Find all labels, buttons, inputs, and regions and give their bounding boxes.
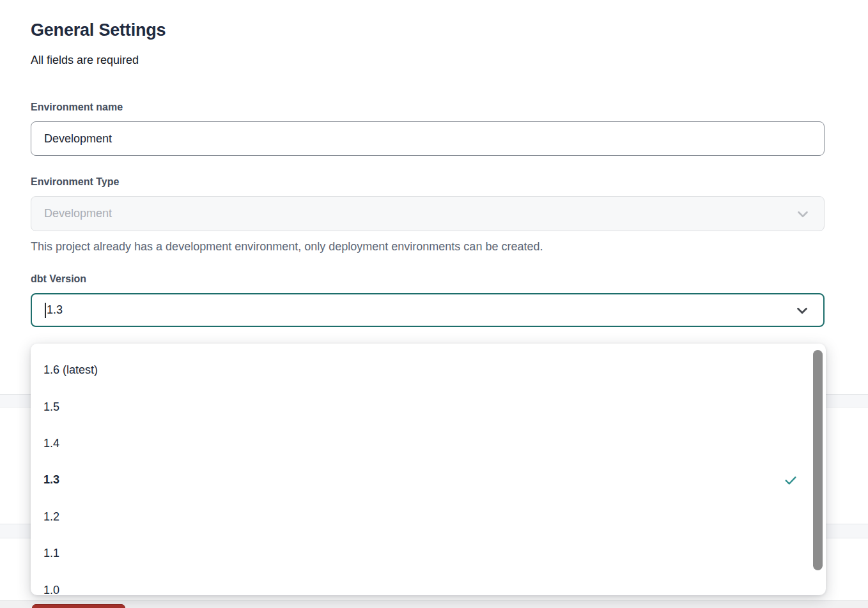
delete-environment-button[interactable] <box>32 604 125 608</box>
page-subtitle: All fields are required <box>31 54 825 67</box>
dropdown-scrollbar[interactable] <box>813 350 823 570</box>
dbt-version-combobox[interactable]: 1.3 <box>31 293 825 327</box>
chevron-down-icon <box>794 302 810 319</box>
page-title: General Settings <box>31 20 825 40</box>
option-label: 1.4 <box>43 437 59 450</box>
dropdown-option-1-2[interactable]: 1.2 <box>31 499 826 535</box>
environment-type-value: Development <box>44 207 112 220</box>
option-label: 1.3 <box>43 473 59 487</box>
dropdown-option-1-0[interactable]: 1.0 <box>31 572 826 595</box>
chevron-down-icon <box>794 206 811 222</box>
environment-name-input[interactable] <box>31 121 825 156</box>
environment-type-helper-text: This project already has a development e… <box>31 240 825 254</box>
dropdown-option-1-5[interactable]: 1.5 <box>31 388 826 425</box>
option-label: 1.2 <box>43 510 59 524</box>
environment-name-label: Environment name <box>31 101 825 114</box>
dropdown-option-1-4[interactable]: 1.4 <box>31 425 826 462</box>
dbt-version-dropdown-menu: 1.6 (latest) 1.5 1.4 1.3 1.2 1.1 1.0 <box>31 344 826 595</box>
page-footer-strip <box>0 600 868 608</box>
option-label: 1.5 <box>43 400 59 414</box>
check-icon <box>784 473 798 487</box>
text-cursor <box>45 303 46 318</box>
option-label: 1.1 <box>43 547 59 560</box>
environment-type-select: Development <box>31 196 825 231</box>
environment-type-label: Environment Type <box>31 176 825 188</box>
dropdown-option-1-1[interactable]: 1.1 <box>31 535 826 572</box>
dbt-version-label: dbt Version <box>31 273 825 285</box>
dbt-version-value: 1.3 <box>47 303 63 317</box>
dropdown-option-1-6[interactable]: 1.6 (latest) <box>31 352 826 388</box>
option-label: 1.0 <box>43 584 59 595</box>
dropdown-option-1-3-selected[interactable]: 1.3 <box>31 462 826 498</box>
general-settings-form: General Settings All fields are required… <box>31 0 825 327</box>
option-label: 1.6 (latest) <box>43 363 98 377</box>
